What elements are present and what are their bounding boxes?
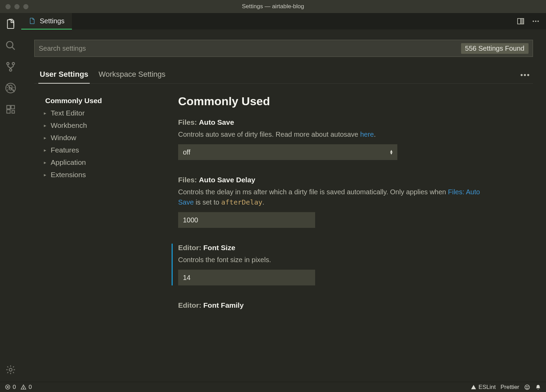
settings-toc: Commonly Used ▸ Text Editor ▸ Workbench …	[34, 90, 147, 382]
status-notifications[interactable]	[535, 384, 541, 390]
svg-point-25	[528, 386, 529, 387]
toc-features[interactable]: ▸ Features	[44, 144, 147, 156]
svg-point-23	[525, 385, 530, 390]
toc-label: Text Editor	[51, 109, 85, 117]
setting-editor-font-size: Editor: Font Size Controls the font size…	[172, 244, 526, 285]
minimize-window-button[interactable]	[14, 4, 20, 9]
status-eslint[interactable]: ESLint	[471, 384, 496, 391]
chevron-right-icon: ▸	[44, 135, 49, 140]
setting-files-auto-save: Files: Auto Save Controls auto save of d…	[178, 118, 526, 160]
gear-icon	[5, 364, 16, 375]
svg-point-15	[533, 21, 534, 22]
toc-commonly-used[interactable]: Commonly Used	[44, 95, 147, 107]
setting-files-auto-save-delay: Files: Auto Save Delay Controls the dela…	[178, 176, 526, 228]
svg-point-22	[23, 388, 24, 389]
settings-search: 556 Settings Found	[34, 40, 533, 57]
status-errors[interactable]: 0	[5, 384, 16, 391]
select-value: off	[183, 148, 190, 156]
files-icon	[5, 19, 16, 30]
tab-workspace-settings[interactable]: Workspace Settings	[97, 66, 167, 83]
svg-point-16	[535, 21, 536, 22]
chevron-right-icon: ▸	[44, 123, 49, 128]
activity-bar	[0, 13, 21, 382]
tab-user-settings[interactable]: User Settings	[38, 66, 90, 84]
extensions-activity[interactable]	[4, 103, 17, 116]
toc-window[interactable]: ▸ Window	[44, 132, 147, 144]
explorer-activity[interactable]	[4, 18, 17, 31]
toc-application[interactable]: ▸ Application	[44, 156, 147, 169]
git-branch-icon	[5, 61, 16, 72]
svg-rect-10	[12, 111, 15, 113]
status-prettier[interactable]: Prettier	[500, 384, 519, 391]
toc-workbench[interactable]: ▸ Workbench	[44, 119, 147, 132]
svg-line-1	[12, 47, 15, 50]
select-caret-icon: ▲▼	[389, 150, 393, 155]
status-warnings[interactable]: 0	[21, 384, 32, 391]
toc-label: Features	[51, 146, 79, 154]
settings-more-actions[interactable]: •••	[520, 71, 533, 79]
toc-text-editor[interactable]: ▸ Text Editor	[44, 107, 147, 119]
setting-description: Controls the font size in pixels.	[178, 255, 490, 265]
svg-point-17	[537, 21, 539, 22]
smiley-icon	[524, 384, 530, 390]
more-actions-button[interactable]	[532, 17, 540, 25]
bell-icon	[535, 384, 541, 390]
chevron-right-icon: ▸	[44, 160, 49, 165]
debug-activity[interactable]	[4, 82, 17, 95]
svg-rect-8	[11, 106, 14, 109]
svg-point-4	[10, 69, 12, 71]
error-icon	[5, 384, 11, 390]
setting-title: Editor: Font Size	[178, 244, 526, 252]
section-heading: Commonly Used	[178, 95, 526, 108]
no-bug-icon	[5, 82, 16, 94]
chevron-right-icon: ▸	[44, 110, 49, 116]
setting-title: Editor: Font Family	[178, 301, 526, 309]
svg-rect-9	[7, 110, 10, 113]
chevron-right-icon: ▸	[44, 147, 49, 153]
tab-settings[interactable]: Settings	[21, 13, 72, 29]
search-settings-input[interactable]	[39, 45, 461, 52]
warning-icon	[21, 384, 26, 390]
settings-count-badge: 556 Settings Found	[461, 43, 529, 54]
toc-label: Window	[51, 134, 76, 142]
toc-extensions[interactable]: ▸ Extensions	[44, 169, 147, 181]
status-bar: 0 0 ESLint Prettier	[0, 382, 546, 392]
settings-activity[interactable]	[4, 363, 17, 376]
split-editor-button[interactable]	[517, 17, 525, 25]
maximize-window-button[interactable]	[23, 4, 28, 9]
ellipsis-icon	[532, 17, 540, 25]
chevron-right-icon: ▸	[44, 172, 49, 177]
window-title: Settings — airtable-blog	[242, 3, 304, 10]
toc-label: Application	[51, 158, 86, 167]
titlebar: Settings — airtable-blog	[0, 0, 546, 13]
status-feedback[interactable]	[524, 384, 530, 390]
tab-label: Settings	[40, 17, 64, 25]
setting-editor-font-family: Editor: Font Family	[178, 301, 526, 309]
autosave-docs-link[interactable]: here	[360, 131, 374, 138]
settings-scope-tabs: User Settings Workspace Settings	[34, 66, 167, 83]
settings-list: Commonly Used Files: Auto Save Controls …	[147, 90, 533, 382]
svg-point-11	[9, 368, 12, 371]
toc-label: Commonly Used	[45, 97, 102, 105]
auto-save-select[interactable]: off ▲▼	[178, 144, 397, 160]
svg-rect-7	[7, 106, 10, 109]
font-size-input[interactable]	[178, 270, 315, 285]
editor-tabs: Settings	[21, 13, 546, 29]
split-icon	[517, 17, 525, 25]
svg-point-0	[7, 41, 13, 48]
settings-file-icon	[29, 17, 36, 25]
source-control-activity[interactable]	[4, 60, 17, 73]
svg-point-2	[7, 62, 9, 65]
window-controls	[0, 4, 28, 9]
warning-icon	[471, 384, 476, 390]
setting-title: Files: Auto Save Delay	[178, 176, 526, 184]
setting-description: Controls auto save of dirty files. Read …	[178, 129, 490, 139]
svg-point-24	[526, 386, 527, 387]
toc-label: Workbench	[51, 121, 87, 130]
search-activity[interactable]	[4, 39, 17, 52]
search-icon	[5, 40, 16, 51]
extensions-icon	[5, 104, 16, 114]
auto-save-delay-input[interactable]	[178, 212, 315, 228]
close-window-button[interactable]	[5, 4, 11, 9]
svg-rect-14	[521, 19, 523, 24]
